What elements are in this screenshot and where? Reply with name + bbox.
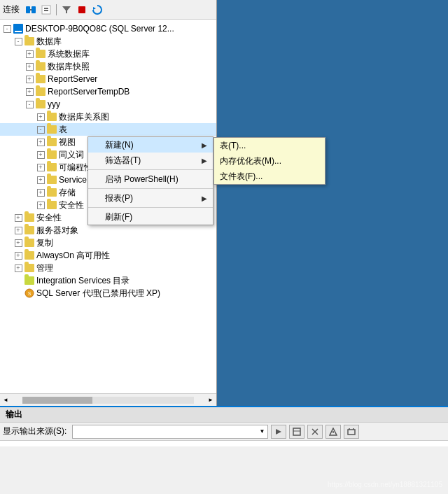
storage-expander[interactable] (35, 187, 46, 198)
views-expander[interactable] (35, 136, 46, 148)
submenu-new: 表(T)... 内存优化表(M)... 文件表(F)... (214, 137, 326, 185)
submenu-table-label: 表(T)... (220, 140, 246, 152)
databases-node[interactable]: 数据库 (0, 35, 216, 48)
context-menu: 新建(N) ▶ 筛选器(T) ▶ 启动 PowerShell(H) 报表(P) … (88, 136, 214, 225)
server-icon (13, 23, 24, 34)
alwayson-node[interactable]: AlwaysOn 高可用性 (0, 249, 216, 262)
db-diagram-expander[interactable] (35, 111, 46, 122)
security-db-expander[interactable] (35, 199, 46, 211)
output-header: 输出 (0, 407, 448, 423)
context-menu-new-label: 新建(N) (105, 139, 134, 151)
connect-label: 连接 (3, 3, 20, 15)
server-expander[interactable] (1, 23, 13, 34)
context-menu-powershell[interactable]: 启动 PowerShell(H) (88, 171, 213, 187)
reportservertempdb-label: ReportServerTempDB (48, 87, 130, 97)
context-menu-new-arrow: ▶ (202, 141, 207, 149)
integration-icon (24, 275, 35, 286)
svg-rect-3 (42, 6, 50, 14)
connect-button[interactable] (24, 3, 38, 17)
svg-rect-11 (293, 428, 300, 435)
prog-icon (46, 162, 57, 173)
context-menu-reports[interactable]: 报表(P) ▶ (88, 190, 213, 206)
yyy-node[interactable]: yyy (0, 98, 216, 111)
output-btn-3[interactable] (307, 425, 323, 439)
context-menu-refresh-label: 刷新(F) (105, 211, 132, 223)
context-menu-filter-label: 筛选器(T) (105, 155, 141, 167)
stop-button[interactable] (75, 3, 89, 17)
svg-marker-6 (62, 6, 71, 13)
scroll-right[interactable]: ► (205, 395, 216, 406)
sqlagent-icon: S (24, 288, 35, 299)
alwayson-expander[interactable] (13, 250, 24, 261)
synonyms-label: 同义词 (59, 149, 84, 161)
storage-label: 存储 (59, 187, 76, 199)
reportserver-node[interactable]: ReportServer (0, 73, 216, 85)
sqlagent-node[interactable]: S SQL Server 代理(已禁用代理 XP) (0, 287, 216, 299)
tables-expander[interactable] (35, 124, 46, 135)
reportservertempdb-icon (35, 86, 46, 97)
management-node[interactable]: 管理 (0, 262, 216, 274)
yyy-icon (35, 99, 46, 110)
refresh-button[interactable] (90, 3, 104, 17)
system-dbs-label: 系统数据库 (48, 48, 90, 60)
output-btn-2[interactable] (289, 425, 304, 439)
db-snapshot-icon (35, 61, 46, 72)
context-menu-filter[interactable]: 筛选器(T) ▶ (88, 153, 213, 168)
submenu-memory-optimized-label: 内存优化表(M)... (220, 155, 281, 167)
views-label: 视图 (59, 136, 76, 148)
filter-button[interactable] (59, 3, 74, 17)
separator-1 (56, 4, 57, 15)
new-query-button[interactable] (39, 3, 53, 17)
reportserver-expander[interactable] (24, 73, 35, 85)
scroll-left[interactable]: ◄ (0, 395, 11, 406)
output-title: 输出 (6, 409, 22, 421)
db-diagram-node[interactable]: 数据库关系图 (0, 111, 216, 123)
management-icon (24, 262, 35, 274)
db-snapshot-expander[interactable] (24, 61, 35, 72)
svg-marker-8 (93, 7, 96, 10)
sqlagent-label: SQL Server 代理(已禁用代理 XP) (36, 288, 160, 299)
horizontal-scrollbar[interactable]: ◄ ► (0, 393, 216, 406)
context-menu-refresh[interactable]: 刷新(F) (88, 209, 213, 225)
db-snapshot-label: 数据库快照 (48, 61, 90, 73)
output-source-dropdown[interactable] (72, 425, 268, 439)
replication-icon (24, 237, 35, 248)
submenu-file-table[interactable]: 文件表(F)... (214, 169, 325, 184)
reportservertempdb-node[interactable]: ReportServerTempDB (0, 85, 216, 98)
output-btn-5[interactable] (344, 425, 359, 439)
server-objects-node[interactable]: 服务器对象 (0, 224, 216, 237)
sb-expander[interactable] (35, 174, 46, 185)
management-expander[interactable] (13, 262, 24, 274)
context-menu-new[interactable]: 新建(N) ▶ (88, 137, 213, 153)
system-dbs-node[interactable]: 系统数据库 (0, 48, 216, 60)
synonyms-icon (46, 149, 57, 160)
tables-icon (46, 124, 57, 135)
integration-node[interactable]: Integration Services 目录 (0, 274, 216, 287)
replication-expander[interactable] (13, 237, 24, 248)
output-btn-4[interactable] (326, 425, 341, 439)
db-snapshot-node[interactable]: 数据库快照 (0, 60, 216, 73)
submenu-memory-optimized[interactable]: 内存优化表(M)... (214, 153, 325, 169)
security-expander[interactable] (13, 212, 24, 223)
replication-node[interactable]: 复制 (0, 237, 216, 249)
tables-node[interactable]: 表 (0, 123, 216, 136)
security-icon (24, 212, 35, 223)
databases-expander[interactable] (13, 36, 24, 47)
scroll-thumb[interactable] (22, 397, 92, 404)
synonyms-expander[interactable] (35, 149, 46, 160)
submenu-table[interactable]: 表(T)... (214, 138, 325, 153)
reportserver-label: ReportServer (48, 74, 97, 84)
server-objects-expander[interactable] (13, 225, 24, 236)
svg-text:S: S (28, 291, 31, 296)
prog-expander[interactable] (35, 162, 46, 173)
tables-label: 表 (59, 124, 67, 136)
integration-label: Integration Services 目录 (36, 275, 130, 287)
security-db-icon (46, 199, 57, 211)
scroll-track[interactable] (22, 397, 194, 404)
svg-rect-7 (78, 6, 85, 13)
reportservertempdb-expander[interactable] (24, 86, 35, 97)
yyy-expander[interactable] (24, 99, 35, 110)
output-btn-1[interactable] (271, 425, 286, 439)
system-dbs-expander[interactable] (24, 48, 35, 59)
server-node[interactable]: DESKTOP-9B0QO8C (SQL Server 12... (0, 22, 216, 35)
